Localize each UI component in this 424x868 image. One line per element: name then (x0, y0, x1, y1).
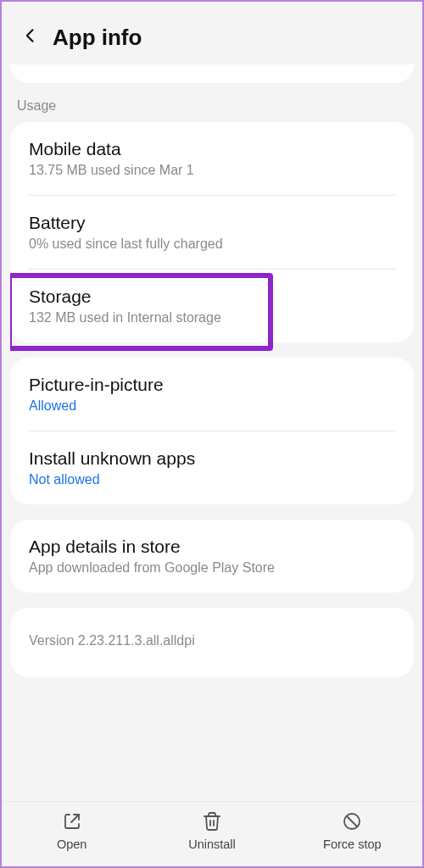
version-text: Version 2.23.211.3.all.alldpi (10, 608, 414, 677)
app-details-sub: App downloaded from Google Play Store (29, 560, 395, 576)
usage-section-label: Usage (10, 95, 414, 122)
details-card: App details in store App downloaded from… (10, 520, 414, 593)
open-label: Open (57, 837, 86, 851)
back-icon (22, 27, 39, 47)
battery-item[interactable]: Battery 0% used since last fully charged (10, 196, 414, 269)
pip-item[interactable]: Picture-in-picture Allowed (10, 358, 414, 431)
pip-title: Picture-in-picture (29, 375, 395, 395)
install-unknown-sub: Not allowed (29, 472, 395, 487)
mobile-data-item[interactable]: Mobile data 13.75 MB used since Mar 1 (10, 122, 414, 195)
header: App info (10, 10, 414, 64)
app-details-item[interactable]: App details in store App downloaded from… (10, 520, 414, 593)
back-button[interactable] (15, 22, 46, 53)
trash-icon (201, 810, 223, 832)
storage-sub: 132 MB used in Internal storage (29, 310, 395, 326)
page-title: App info (53, 25, 142, 51)
usage-card: Mobile data 13.75 MB used since Mar 1 Ba… (10, 122, 414, 342)
content: Usage Mobile data 13.75 MB used since Ma… (10, 64, 414, 793)
battery-title: Battery (29, 213, 395, 233)
stop-icon (341, 810, 363, 832)
storage-title: Storage (29, 287, 395, 307)
open-button[interactable]: Open (2, 810, 142, 851)
mobile-data-title: Mobile data (29, 139, 395, 159)
bottom-bar: Open Uninstall Force stop (2, 801, 422, 866)
app-details-title: App details in store (29, 537, 395, 557)
install-unknown-title: Install unknown apps (29, 448, 395, 469)
uninstall-button[interactable]: Uninstall (142, 810, 282, 851)
version-card: Version 2.23.211.3.all.alldpi (10, 608, 414, 677)
uninstall-label: Uninstall (188, 837, 236, 851)
battery-sub: 0% used since last fully charged (29, 236, 395, 252)
svg-line-0 (71, 815, 79, 822)
force-stop-button[interactable]: Force stop (282, 810, 422, 851)
pip-sub: Allowed (29, 398, 395, 414)
storage-item[interactable]: Storage 132 MB used in Internal storage (10, 270, 414, 342)
previous-card-tail (10, 64, 414, 83)
svg-line-4 (347, 816, 357, 826)
install-unknown-item[interactable]: Install unknown apps Not allowed (10, 431, 414, 504)
force-stop-label: Force stop (323, 837, 382, 851)
mobile-data-sub: 13.75 MB used since Mar 1 (29, 163, 395, 178)
permissions-card: Picture-in-picture Allowed Install unkno… (10, 358, 414, 504)
open-icon (61, 810, 83, 832)
